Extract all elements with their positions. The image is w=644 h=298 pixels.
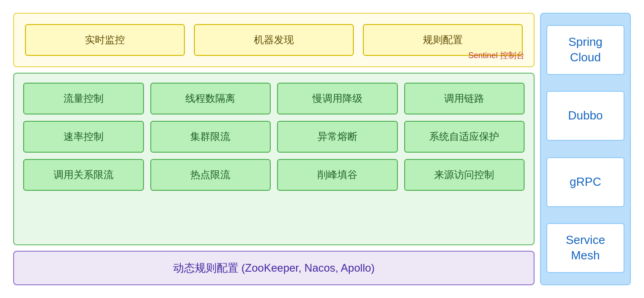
sentinel-box: 实时监控 机器发现 规则配置 Sentinel 控制台	[13, 13, 535, 67]
dynamic-text: 动态规则配置 (ZooKeeper, Nacos, Apollo)	[173, 261, 375, 275]
dynamic-box: 动态规则配置 (ZooKeeper, Nacos, Apollo)	[13, 251, 535, 285]
right-cell-dubbo: Dubbo	[546, 91, 624, 141]
features-row-2: 调用关系限流 热点限流 削峰填谷 来源访问控制	[23, 159, 525, 191]
feature-cell-1-0: 速率控制	[23, 121, 144, 153]
feature-cell-0-0: 流量控制	[23, 83, 144, 114]
feature-cell-1-1: 集群限流	[150, 121, 271, 153]
right-panel: SpringCloud Dubbo gRPC ServiceMesh	[540, 13, 631, 285]
feature-cell-0-2: 慢调用降级	[277, 83, 398, 114]
sentinel-cell-1: 机器发现	[194, 24, 354, 56]
right-cell-spring-cloud: SpringCloud	[546, 25, 624, 75]
left-panel: 实时监控 机器发现 规则配置 Sentinel 控制台 流量控制 线程数隔离 慢…	[13, 13, 535, 285]
right-cell-grpc: gRPC	[546, 157, 624, 207]
sentinel-label: Sentinel 控制台	[468, 50, 525, 61]
feature-cell-1-2: 异常熔断	[277, 121, 398, 153]
feature-cell-0-3: 调用链路	[404, 83, 525, 114]
sentinel-cell-0: 实时监控	[25, 24, 185, 56]
features-box: 流量控制 线程数隔离 慢调用降级 调用链路 速率控制 集群限流 异常熔断 系统自…	[13, 73, 535, 245]
feature-cell-2-2: 削峰填谷	[277, 159, 398, 191]
main-container: 实时监控 机器发现 规则配置 Sentinel 控制台 流量控制 线程数隔离 慢…	[9, 8, 635, 290]
feature-cell-0-1: 线程数隔离	[150, 83, 271, 114]
feature-cell-1-3: 系统自适应保护	[404, 121, 525, 153]
feature-cell-2-1: 热点限流	[150, 159, 271, 191]
feature-cell-2-0: 调用关系限流	[23, 159, 144, 191]
features-row-0: 流量控制 线程数隔离 慢调用降级 调用链路	[23, 83, 525, 114]
features-row-1: 速率控制 集群限流 异常熔断 系统自适应保护	[23, 121, 525, 153]
right-cell-service-mesh: ServiceMesh	[546, 223, 624, 273]
feature-cell-2-3: 来源访问控制	[404, 159, 525, 191]
